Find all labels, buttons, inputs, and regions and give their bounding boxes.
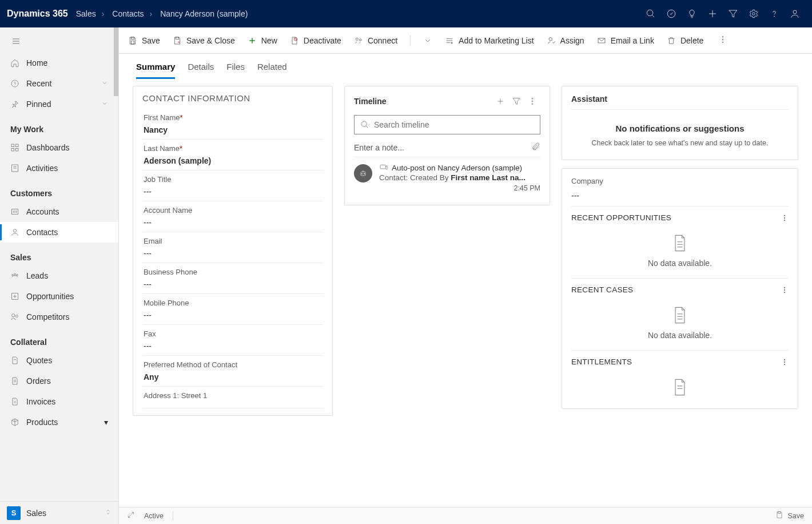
svg-point-75 [784, 289, 785, 291]
timeline-add-icon[interactable] [492, 93, 508, 109]
tab-related[interactable]: Related [257, 62, 287, 79]
company-field[interactable]: Company --- [571, 177, 789, 206]
plus-icon[interactable] [702, 3, 723, 24]
svg-point-61 [361, 121, 367, 126]
sidebar-item-accounts[interactable]: Accounts [0, 201, 118, 222]
tab-files[interactable]: Files [226, 62, 245, 79]
contact-info-header: CONTACT INFORMATION [142, 93, 323, 103]
delete-button[interactable]: Delete [667, 36, 703, 45]
section-more-icon[interactable] [781, 358, 789, 366]
svg-rect-14 [15, 144, 18, 147]
svg-point-43 [356, 38, 358, 40]
new-button[interactable]: New [248, 36, 277, 45]
timeline-item[interactable]: Auto-post on Nancy Aderson (sample) Cont… [354, 157, 540, 198]
more-commands-icon[interactable] [716, 33, 730, 48]
connect-button[interactable]: Connect [354, 36, 397, 45]
sidebar-item-leads[interactable]: Leads [0, 265, 118, 286]
section-more-icon[interactable] [781, 214, 789, 222]
field-address-1-street-1[interactable]: Address 1: Street 1 [142, 387, 323, 408]
add-marketing-button[interactable]: Add to Marketing List [445, 36, 534, 45]
field-mobile-phone[interactable]: Mobile Phone--- [142, 294, 323, 325]
attachment-icon[interactable] [531, 142, 540, 153]
svg-point-26 [12, 274, 14, 276]
email-link-button[interactable]: Email a Link [597, 36, 654, 45]
field-fax[interactable]: Fax--- [142, 325, 323, 356]
field-job-title[interactable]: Job Title--- [142, 170, 323, 201]
sidebar-item-invoices[interactable]: Invoices [0, 391, 118, 412]
sidebar-item-opportunities[interactable]: Opportunities [0, 286, 118, 307]
svg-rect-13 [11, 144, 14, 147]
command-bar: Save Save & Close New Deactivate Connect… [119, 27, 812, 54]
save-button[interactable]: Save [128, 36, 160, 45]
timeline-header: Timeline [354, 97, 492, 106]
search-icon[interactable] [640, 3, 661, 24]
svg-point-25 [14, 273, 16, 275]
app-label: Sales [26, 509, 46, 518]
crumb-contacts[interactable]: Contacts [112, 9, 144, 18]
top-nav-bar: Dynamics 365 Sales› Contacts› Nancy Ader… [0, 0, 812, 27]
sidebar-item-label: Products [26, 418, 58, 427]
status-save[interactable]: Save [788, 512, 805, 520]
svg-point-82 [784, 364, 785, 365]
svg-line-1 [652, 15, 654, 17]
sidebar-item-quotes[interactable]: Quotes [0, 350, 118, 371]
assistant-message: No notifications or suggestions [571, 124, 789, 133]
help-icon[interactable] [764, 3, 785, 24]
sidebar-item-competitors[interactable]: Competitors [0, 307, 118, 327]
save-close-button[interactable]: Save & Close [173, 36, 235, 45]
sidebar-item-label: Leads [26, 271, 48, 280]
field-business-phone[interactable]: Business Phone--- [142, 263, 323, 294]
svg-point-60 [532, 104, 533, 105]
svg-point-24 [13, 229, 16, 232]
deactivate-button[interactable]: Deactivate [290, 36, 341, 45]
sidebar-item-label: Home [26, 58, 47, 68]
left-sidebar: Home Recent Pinned My Work Dashboards Ac… [0, 27, 119, 524]
save-status-icon[interactable] [775, 511, 783, 521]
timeline-item-title: Auto-post on Nancy Aderson (sample) [392, 164, 522, 172]
expand-icon[interactable] [127, 511, 135, 521]
field-email[interactable]: Email--- [142, 232, 323, 263]
sidebar-group-mywork: My Work [0, 114, 118, 137]
timeline-search-input[interactable] [374, 120, 534, 129]
connect-dropdown[interactable] [423, 36, 432, 45]
svg-rect-16 [15, 148, 18, 151]
sidebar-item-pinned[interactable]: Pinned [0, 94, 118, 114]
user-icon[interactable] [785, 3, 805, 24]
svg-point-76 [784, 292, 785, 293]
timeline-more-icon[interactable] [524, 93, 540, 109]
sidebar-item-dashboards[interactable]: Dashboards [0, 137, 118, 158]
field-last-name[interactable]: Last Name*Aderson (sample) [142, 140, 323, 170]
assign-button[interactable]: Assign [547, 36, 584, 45]
sidebar-item-home[interactable]: Home [0, 53, 118, 73]
hamburger-icon[interactable] [0, 30, 118, 53]
svg-point-65 [361, 173, 362, 174]
timeline-filter-icon[interactable] [508, 93, 524, 109]
timeline-search[interactable] [354, 115, 540, 134]
sidebar-item-label: Dashboards [26, 143, 70, 152]
svg-line-85 [128, 515, 130, 518]
sidebar-item-contacts[interactable]: Contacts [0, 222, 118, 243]
tab-summary[interactable]: Summary [136, 62, 175, 79]
filter-icon[interactable] [723, 3, 743, 24]
sidebar-item-orders[interactable]: Orders [0, 371, 118, 391]
svg-point-7 [774, 16, 775, 17]
timeline-note-input[interactable]: Enter a note... [354, 138, 540, 157]
assistant-subtext: Check back later to see what's new and s… [571, 139, 789, 147]
field-first-name[interactable]: First Name*Nancy [142, 109, 323, 140]
content-grid: CONTACT INFORMATION First Name*NancyLast… [119, 79, 812, 524]
gear-icon[interactable] [743, 3, 764, 24]
task-icon[interactable] [661, 3, 682, 24]
field-account-name[interactable]: Account Name--- [142, 201, 323, 232]
sidebar-item-products[interactable]: Products ▾ [0, 412, 118, 432]
section-more-icon[interactable] [781, 286, 789, 294]
svg-point-69 [784, 217, 785, 219]
breadcrumb: Sales› Contacts› Nancy Aderson (sample) [76, 9, 248, 18]
sidebar-item-activities[interactable]: Activities [0, 158, 118, 178]
bulb-icon[interactable] [682, 3, 702, 24]
sidebar-app-switcher[interactable]: S Sales [0, 501, 118, 524]
tab-details[interactable]: Details [188, 62, 214, 79]
field-preferred-method-of-contact[interactable]: Preferred Method of ContactAny [142, 356, 323, 387]
svg-point-80 [784, 359, 785, 360]
crumb-sales[interactable]: Sales [76, 9, 96, 18]
sidebar-item-recent[interactable]: Recent [0, 73, 118, 94]
